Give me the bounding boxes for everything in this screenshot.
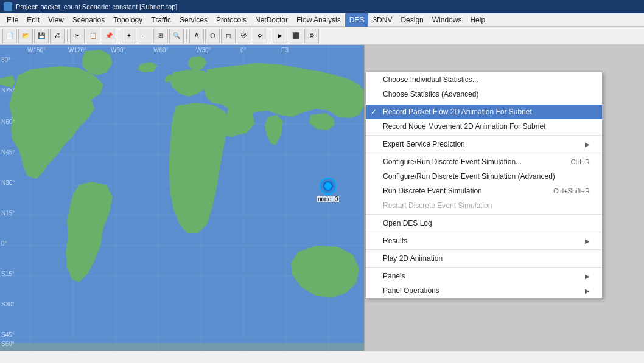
dd-record-node[interactable]: Record Node Movement 2D Animation For Su… — [366, 119, 602, 134]
toolbar-config[interactable]: ⚙ — [304, 29, 319, 43]
svg-text:E3: E3 — [281, 47, 289, 54]
dd-restart-des[interactable]: Restart Discrete Event Simulation — [366, 198, 602, 213]
toolbar-zoom-out[interactable]: - — [138, 29, 152, 43]
des-dropdown-menu: Choose Individual Statistics... Choose S… — [365, 72, 603, 299]
svg-text:N75°: N75° — [1, 87, 15, 94]
dd-choose-individual[interactable]: Choose Individual Statistics... — [366, 72, 602, 87]
toolbar-tool2[interactable]: ⬡ — [205, 29, 220, 43]
app-icon — [4, 2, 12, 11]
dd-panels[interactable]: Panels ▶ — [366, 269, 602, 283]
map-area[interactable]: 80° N75° N60° N45° N30° N15° 0° S15° S30… — [0, 45, 364, 351]
svg-text:W30°: W30° — [196, 47, 211, 54]
svg-text:0°: 0° — [1, 240, 7, 247]
toolbar-zoom-fit[interactable]: ⊞ — [153, 29, 168, 43]
menu-view[interactable]: View — [44, 13, 68, 27]
dd-sep1 — [366, 103, 602, 103]
dd-sep4 — [366, 214, 602, 215]
results-arrow-icon: ▶ — [585, 238, 590, 244]
toolbar-open[interactable]: 📂 — [18, 29, 33, 43]
menu-netdoctor[interactable]: NetDoctor — [251, 13, 292, 27]
dd-open-des-log[interactable]: Open DES Log — [366, 216, 602, 230]
dd-play-2d[interactable]: Play 2D Animation — [366, 251, 602, 266]
toolbar-cut[interactable]: ✂ — [70, 29, 85, 43]
world-map-svg: 80° N75° N60° N45° N30° N15° 0° S15° S30… — [0, 45, 364, 351]
dd-panel-ops[interactable]: Panel Operations ▶ — [366, 283, 602, 298]
toolbar: 📄 📂 💾 🖨 ✂ 📋 📌 + - ⊞ 🔍 A ⬡ ◻ 〄 ⭘ ▶ ⬛ ⚙ — [0, 27, 644, 45]
menu-scenarios[interactable]: Scenarios — [68, 13, 109, 27]
svg-text:W150°: W150° — [27, 47, 46, 54]
svg-text:N60°: N60° — [1, 119, 15, 125]
sep1 — [67, 30, 68, 42]
toolbar-run[interactable]: ▶ — [273, 29, 287, 43]
svg-text:W120°: W120° — [68, 47, 86, 54]
checkmark-icon: ✓ — [371, 108, 377, 116]
sep3 — [186, 30, 187, 42]
sep2 — [119, 30, 119, 42]
svg-text:80°: 80° — [1, 57, 10, 63]
menu-services[interactable]: Services — [175, 13, 212, 27]
dd-sep5 — [366, 232, 602, 232]
panels-arrow-icon: ▶ — [585, 273, 590, 280]
svg-text:N30°: N30° — [1, 179, 15, 186]
menu-edit[interactable]: Edit — [23, 13, 44, 27]
menu-file[interactable]: File — [2, 13, 23, 27]
svg-text:S45°: S45° — [1, 331, 15, 338]
svg-text:N15°: N15° — [1, 210, 15, 216]
toolbar-copy[interactable]: 📋 — [86, 29, 100, 43]
menu-3dnv[interactable]: 3DNV — [368, 13, 396, 27]
shortcut-ctrl-r: Ctrl+R — [571, 158, 590, 165]
menu-protocols[interactable]: Protocols — [212, 13, 251, 27]
node-label: node_0 — [317, 196, 339, 202]
menu-windows[interactable]: Windows — [428, 13, 466, 27]
menu-des[interactable]: DES — [345, 13, 369, 27]
dd-configure-run-adv[interactable]: Configure/Run Discrete Event Simulation … — [366, 169, 602, 184]
svg-text:W90°: W90° — [111, 47, 126, 54]
toolbar-paste[interactable]: 📌 — [102, 29, 116, 43]
dd-results[interactable]: Results ▶ — [366, 233, 602, 248]
toolbar-save[interactable]: 💾 — [34, 29, 49, 43]
node-circle-inner — [323, 181, 333, 191]
menu-traffic[interactable]: Traffic — [147, 13, 175, 27]
dd-sep2 — [366, 135, 602, 136]
toolbar-tool4[interactable]: 〄 — [237, 29, 251, 43]
node-circle-outer — [320, 178, 337, 195]
toolbar-zoom-select[interactable]: 🔍 — [169, 29, 184, 43]
arrow-icon: ▶ — [585, 141, 590, 148]
toolbar-stop[interactable]: ⬛ — [289, 29, 303, 43]
titlebar: Project: packet_count Scenario: constant… — [0, 0, 644, 13]
titlebar-label: Project: packet_count Scenario: constant… — [16, 3, 177, 10]
menu-help[interactable]: Help — [466, 13, 489, 27]
toolbar-zoom-in[interactable]: + — [122, 29, 136, 43]
menu-flowanalysis[interactable]: Flow Analysis — [292, 13, 345, 27]
svg-text:S60°: S60° — [1, 341, 15, 347]
svg-text:W60°: W60° — [153, 47, 169, 54]
toolbar-new[interactable]: 📄 — [2, 29, 17, 43]
svg-text:S15°: S15° — [1, 271, 15, 277]
dd-expert-service[interactable]: Expert Service Prediction ▶ — [366, 137, 602, 151]
svg-text:S30°: S30° — [1, 301, 15, 308]
panel-ops-arrow-icon: ▶ — [585, 288, 590, 294]
svg-text:0°: 0° — [240, 47, 247, 54]
toolbar-print[interactable]: 🖨 — [50, 29, 65, 43]
dd-sep3 — [366, 153, 602, 153]
dd-sep7 — [366, 267, 602, 268]
dd-run-des[interactable]: Run Discrete Event Simulation Ctrl+Shift… — [366, 184, 602, 198]
menu-topology[interactable]: Topology — [109, 13, 147, 27]
menubar: File Edit View Scenarios Topology Traffi… — [0, 13, 644, 27]
dd-configure-run[interactable]: Configure/Run Discrete Event Simulation.… — [366, 154, 602, 169]
node-0[interactable]: node_0 — [317, 178, 339, 202]
dd-choose-advanced[interactable]: Choose Statistics (Advanced) — [366, 87, 602, 102]
menu-design[interactable]: Design — [396, 13, 427, 27]
svg-text:N45°: N45° — [1, 149, 15, 156]
dd-sep6 — [366, 249, 602, 250]
toolbar-tool5[interactable]: ⭘ — [253, 29, 267, 43]
statusbar — [0, 351, 644, 363]
shortcut-ctrl-shift-r: Ctrl+Shift+R — [553, 187, 590, 195]
toolbar-tool1[interactable]: A — [189, 29, 204, 43]
sep4 — [270, 30, 270, 42]
toolbar-tool3[interactable]: ◻ — [221, 29, 236, 43]
dd-record-packet[interactable]: ✓ Record Packet Flow 2D Animation For Su… — [366, 105, 602, 119]
